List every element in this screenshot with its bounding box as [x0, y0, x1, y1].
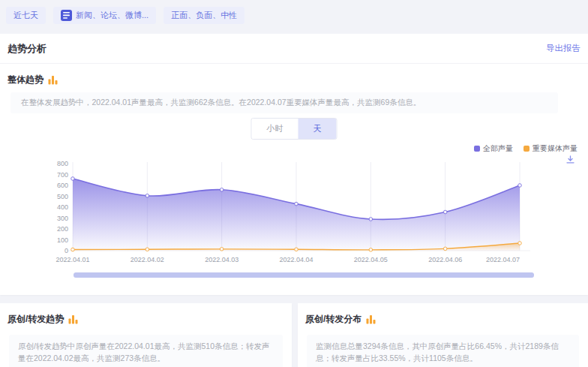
- data-point-series-0: [518, 184, 522, 188]
- data-point-series-0: [71, 177, 75, 181]
- origin-trend-title: 原创/转发趋势: [8, 313, 64, 326]
- data-point-series-1: [220, 248, 224, 251]
- overall-trend-summary: 在整体发展趋势中，2022.04.01声量最高，共监测662条信息。在2022.…: [10, 92, 558, 113]
- x-axis-tick-label: 2022.04.05: [354, 256, 388, 263]
- bar-chart-icon: [48, 75, 58, 85]
- export-report-link[interactable]: 导出报告: [546, 43, 580, 54]
- legend-item-key-media-volume[interactable]: 重要媒体声量: [524, 143, 578, 154]
- x-axis-tick-label: 2022.04.03: [205, 256, 238, 263]
- legend-item-total-volume[interactable]: 全部声量: [474, 143, 513, 154]
- granularity-hour-button[interactable]: 小时: [252, 119, 298, 139]
- origin-distribution-card: 原创/转发分布 监测信息总量3294条信息，其中原创声量占比66.45%，共计2…: [298, 303, 588, 367]
- filter-sources[interactable]: 新闻、论坛、微博...: [53, 7, 156, 24]
- data-point-series-0: [220, 188, 224, 192]
- granularity-toggle: 小时 天: [251, 118, 338, 140]
- origin-distribution-summary: 监测信息总量3294条信息，其中原创声量占比66.45%，共计2189条信息；转…: [307, 335, 579, 367]
- y-axis-tick-label: 200: [57, 225, 68, 233]
- data-point-series-1: [146, 248, 149, 251]
- data-point-series-1: [369, 248, 373, 252]
- y-axis-tick-label: 500: [57, 193, 68, 200]
- filter-sentiment-label: 正面、负面、中性: [171, 10, 237, 21]
- chart-legend: 全部声量 重要媒体声量: [474, 143, 578, 154]
- trend-chart-svg: 80070060050040030020010002022.04.012022.…: [0, 156, 588, 269]
- filter-time-range-label: 近七天: [14, 10, 38, 21]
- data-point-series-1: [71, 248, 75, 251]
- origin-trend-card: 原创/转发趋势 原创/转发趋势中原创声量在2022.04.01最高，共监测510…: [0, 303, 292, 367]
- y-axis-tick-label: 600: [57, 182, 68, 189]
- overall-trend-header: 整体趋势: [8, 74, 58, 86]
- origin-trend-summary: 原创/转发趋势中原创声量在2022.04.01最高，共监测510条信息；转发声量…: [9, 335, 283, 367]
- legend-label-key-media-volume: 重要媒体声量: [532, 143, 578, 154]
- x-axis-tick-label: 2022.04.06: [428, 256, 462, 263]
- trend-chart: 80070060050040030020010002022.04.012022.…: [0, 156, 588, 269]
- bar-chart-icon: [68, 314, 78, 324]
- chart-zoom-slider-handle[interactable]: [74, 272, 534, 278]
- filter-bar: 近七天 新闻、论坛、微博... 正面、负面、中性: [6, 7, 244, 24]
- legend-swatch-purple: [474, 146, 480, 152]
- chart-zoom-slider-track[interactable]: [74, 272, 534, 278]
- data-point-series-1: [295, 248, 298, 251]
- y-axis-tick-label: 300: [57, 215, 68, 222]
- legend-swatch-orange: [524, 146, 530, 152]
- y-axis-tick-label: 0: [64, 247, 68, 254]
- data-point-series-1: [443, 247, 447, 251]
- y-axis-tick-label: 700: [57, 171, 68, 179]
- data-point-series-0: [443, 210, 447, 214]
- legend-label-total-volume: 全部声量: [483, 143, 513, 154]
- data-point-series-0: [369, 218, 373, 221]
- overall-trend-title: 整体趋势: [8, 74, 44, 86]
- data-point-series-0: [146, 194, 149, 197]
- y-axis-tick-label: 800: [57, 160, 68, 167]
- y-axis-tick-label: 400: [57, 203, 68, 211]
- bar-chart-icon: [366, 314, 376, 324]
- data-point-series-1: [518, 242, 522, 245]
- trend-analysis-card: 趋势分析 导出报告 整体趋势 在整体发展趋势中，2022.04.01声量最高，共…: [0, 34, 588, 295]
- origin-distribution-title: 原创/转发分布: [305, 313, 362, 326]
- y-axis-tick-label: 100: [57, 236, 68, 244]
- filter-time-range[interactable]: 近七天: [6, 7, 46, 24]
- card-header: 趋势分析 导出报告: [0, 34, 588, 64]
- filter-sources-label: 新闻、论坛、微博...: [76, 10, 148, 21]
- filter-sentiment[interactable]: 正面、负面、中性: [164, 7, 244, 24]
- x-axis-tick-label: 2022.04.04: [279, 256, 313, 263]
- granularity-day-button[interactable]: 天: [298, 119, 337, 139]
- origin-trend-header: 原创/转发趋势: [0, 303, 292, 326]
- x-axis-tick-label: 2022.04.01: [56, 256, 89, 263]
- page-title: 趋势分析: [8, 42, 46, 56]
- x-axis-tick-label: 2022.04.02: [130, 256, 164, 263]
- data-point-series-0: [295, 202, 298, 206]
- x-axis-tick-label: 2022.04.07: [486, 256, 520, 263]
- origin-distribution-header: 原创/转发分布: [298, 303, 588, 326]
- media-sources-icon: [61, 10, 72, 21]
